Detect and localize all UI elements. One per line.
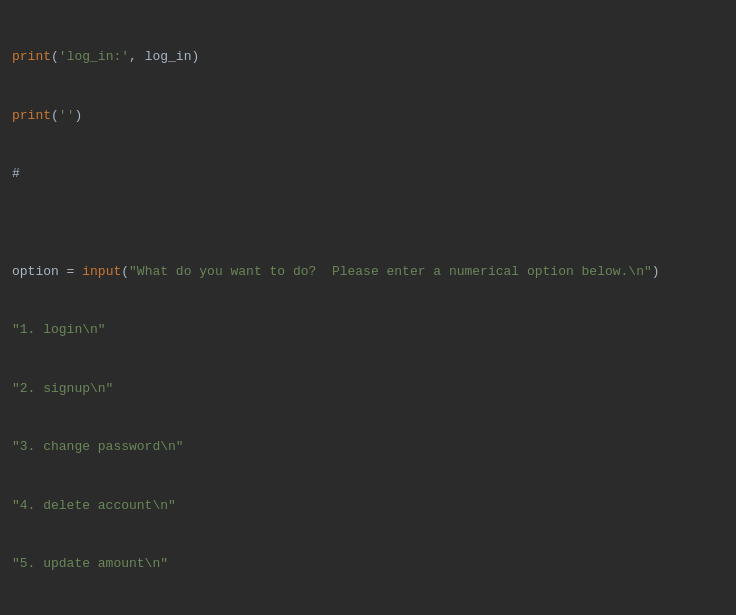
code-line-9: "4. delete account\n": [12, 496, 724, 516]
code-editor: print('log_in:', log_in) print('') # opt…: [0, 0, 736, 615]
code-line-7: "2. signup\n": [12, 379, 724, 399]
code-line-8: "3. change password\n": [12, 437, 724, 457]
code-line-6: "1. login\n": [12, 320, 724, 340]
code-line-2: print(''): [12, 106, 724, 126]
code-line-5: option = input("What do you want to do? …: [12, 262, 724, 282]
code-line-3: #: [12, 164, 724, 184]
code-line-10: "5. update amount\n": [12, 554, 724, 574]
code-line-1: print('log_in:', log_in): [12, 47, 724, 67]
